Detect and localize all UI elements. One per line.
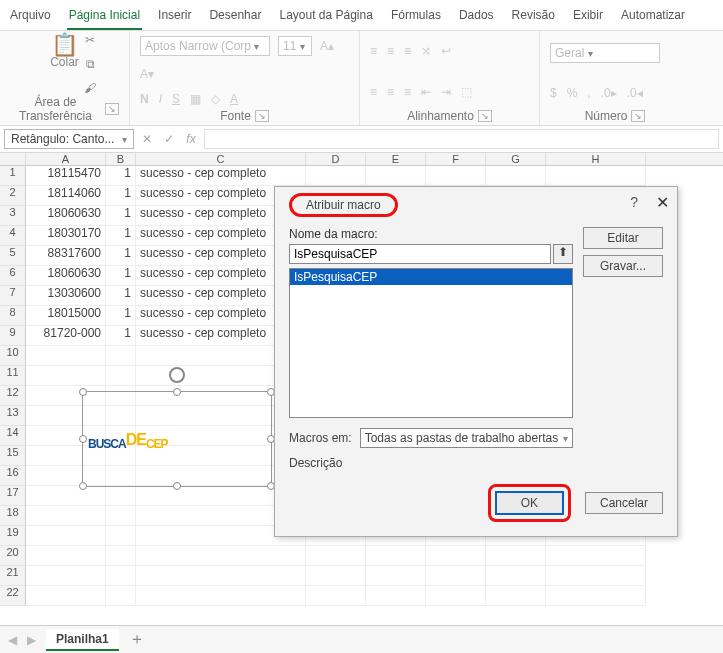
cut-icon[interactable]: ✂ [80, 30, 100, 50]
tab-dados[interactable]: Dados [457, 4, 496, 30]
cell[interactable] [426, 586, 486, 606]
row-header[interactable]: 1 [0, 166, 26, 186]
align-mid-icon[interactable]: ≡ [387, 44, 394, 58]
copy-icon[interactable]: ⧉ [80, 54, 100, 74]
select-all-corner[interactable] [0, 153, 26, 165]
cell[interactable] [306, 166, 366, 186]
cell[interactable] [306, 546, 366, 566]
cell[interactable] [366, 166, 426, 186]
cell[interactable] [106, 586, 136, 606]
cell[interactable] [26, 566, 106, 586]
cell[interactable] [106, 486, 136, 506]
cell[interactable]: 1 [106, 266, 136, 286]
align-launcher-icon[interactable]: ↘ [478, 110, 492, 122]
paste-label[interactable]: Colar [50, 55, 79, 69]
cell[interactable] [366, 566, 426, 586]
rotate-handle-icon[interactable] [169, 367, 185, 383]
cell[interactable]: 18030170 [26, 226, 106, 246]
macros-in-select[interactable]: Todas as pastas de trabalho abertas▾ [360, 428, 573, 448]
row-header[interactable]: 9 [0, 326, 26, 346]
buscacep-shape[interactable]: BUSCADECEP [82, 391, 272, 487]
paste-icon[interactable]: 📋 [55, 35, 75, 55]
cell[interactable] [26, 526, 106, 546]
cell[interactable]: 1 [106, 166, 136, 186]
cell[interactable] [136, 566, 306, 586]
align-bot-icon[interactable]: ≡ [404, 44, 411, 58]
row-header[interactable]: 22 [0, 586, 26, 606]
row-header[interactable]: 12 [0, 386, 26, 406]
cell[interactable]: 81720-000 [26, 326, 106, 346]
cell[interactable] [106, 546, 136, 566]
col-H[interactable]: H [546, 153, 646, 165]
sheet-nav-next-icon[interactable]: ▶ [27, 633, 36, 647]
cell[interactable] [106, 566, 136, 586]
cell[interactable]: 18114060 [26, 186, 106, 206]
merge-icon[interactable]: ⬚ [461, 85, 472, 99]
dec-dec-icon[interactable]: .0◂ [627, 86, 643, 100]
format-painter-icon[interactable]: 🖌 [80, 78, 100, 98]
cell[interactable] [426, 166, 486, 186]
cell[interactable] [486, 566, 546, 586]
row-header[interactable]: 19 [0, 526, 26, 546]
sheet-tab[interactable]: Planilha1 [46, 629, 119, 651]
col-B[interactable]: B [106, 153, 136, 165]
cell[interactable] [426, 546, 486, 566]
tab-automatizar[interactable]: Automatizar [619, 4, 687, 30]
cell[interactable] [26, 506, 106, 526]
font-color-icon[interactable]: A [230, 92, 238, 106]
row-header[interactable]: 4 [0, 226, 26, 246]
font-size-select[interactable]: 11 ▾ [278, 36, 312, 56]
col-G[interactable]: G [486, 153, 546, 165]
fx-icon[interactable]: fx [182, 132, 200, 146]
cell[interactable]: 88317600 [26, 246, 106, 266]
indent-inc-icon[interactable]: ⇥ [441, 85, 451, 99]
orientation-icon[interactable]: ⤭ [421, 44, 431, 58]
font-launcher-icon[interactable]: ↘ [255, 110, 269, 122]
row-header[interactable]: 17 [0, 486, 26, 506]
inc-dec-icon[interactable]: .0▸ [601, 86, 617, 100]
row-header[interactable]: 14 [0, 426, 26, 446]
col-E[interactable]: E [366, 153, 426, 165]
cell[interactable] [486, 546, 546, 566]
cell[interactable]: 18060630 [26, 206, 106, 226]
go-to-macro-icon[interactable]: ⬆ [553, 244, 573, 264]
cell[interactable] [106, 506, 136, 526]
enter-formula-icon[interactable]: ✓ [160, 132, 178, 146]
cell[interactable] [486, 586, 546, 606]
cell[interactable] [366, 586, 426, 606]
cell[interactable] [426, 566, 486, 586]
increase-font-icon[interactable]: A▴ [320, 39, 334, 53]
row-header[interactable]: 2 [0, 186, 26, 206]
cell[interactable] [306, 586, 366, 606]
cell[interactable] [546, 166, 646, 186]
cell[interactable] [26, 586, 106, 606]
row-header[interactable]: 7 [0, 286, 26, 306]
bold-button[interactable]: N [140, 92, 149, 106]
macro-name-input[interactable] [289, 244, 551, 264]
record-button[interactable]: Gravar... [583, 255, 663, 277]
resize-handle[interactable] [173, 388, 181, 396]
cell[interactable] [546, 566, 646, 586]
cancel-button[interactable]: Cancelar [585, 492, 663, 514]
cell[interactable]: 18115470 [26, 166, 106, 186]
col-F[interactable]: F [426, 153, 486, 165]
align-center-icon[interactable]: ≡ [387, 85, 394, 99]
cell[interactable]: 1 [106, 246, 136, 266]
cell[interactable] [106, 526, 136, 546]
tab-layout[interactable]: Layout da Página [277, 4, 374, 30]
tab-revisao[interactable]: Revisão [510, 4, 557, 30]
col-A[interactable]: A [26, 153, 106, 165]
tab-exibir[interactable]: Exibir [571, 4, 605, 30]
comma-icon[interactable]: , [587, 86, 590, 100]
row-header[interactable]: 15 [0, 446, 26, 466]
cell[interactable]: 1 [106, 326, 136, 346]
row-header[interactable]: 6 [0, 266, 26, 286]
cell[interactable] [366, 546, 426, 566]
sheet-nav-prev-icon[interactable]: ◀ [8, 633, 17, 647]
edit-button[interactable]: Editar [583, 227, 663, 249]
align-right-icon[interactable]: ≡ [404, 85, 411, 99]
cell[interactable] [26, 366, 106, 386]
tab-pagina-inicial[interactable]: Página Inicial [67, 4, 142, 30]
dialog-titlebar[interactable]: Atribuir macro ? ✕ [275, 187, 677, 217]
tab-formulas[interactable]: Fórmulas [389, 4, 443, 30]
